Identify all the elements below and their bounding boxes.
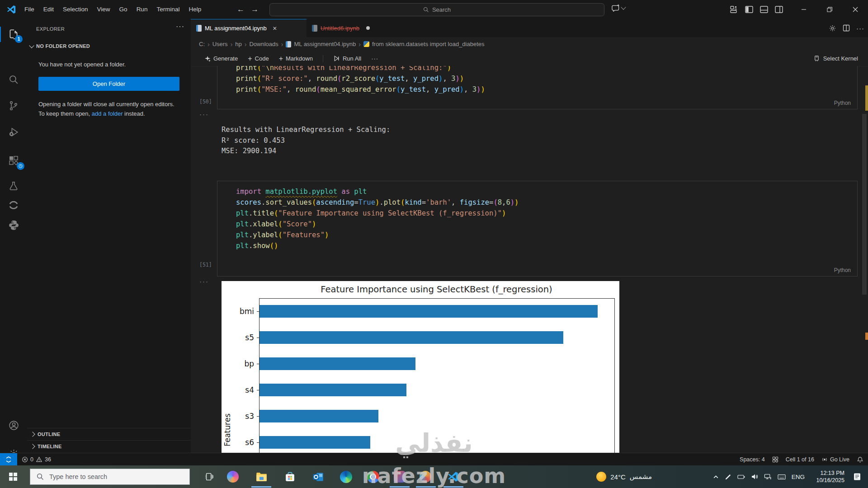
- code-line[interactable]: plt.ylabel("Features"): [236, 230, 803, 240]
- code-line[interactable]: print("\nResults with LinearRegression +…: [236, 66, 803, 73]
- code-line[interactable]: scores.sort_values(ascending=True).plot(…: [236, 197, 803, 208]
- more-actions-icon[interactable]: ···: [856, 24, 864, 32]
- code-line[interactable]: import matplotlib.pyplot as plt: [236, 186, 803, 197]
- menu-item-go[interactable]: Go: [115, 4, 132, 15]
- search-activity-icon[interactable]: [0, 69, 27, 90]
- breadcrumb-item[interactable]: from sklearn.datasets import load_diabet…: [372, 41, 485, 47]
- breadcrumb-item[interactable]: Users: [212, 41, 228, 47]
- code-line[interactable]: print("R² score:", round(r2_score(y_test…: [236, 73, 803, 84]
- notifications-bell-icon[interactable]: [857, 456, 863, 463]
- breadcrumb-item[interactable]: ML assignment04.ipynb: [294, 41, 356, 47]
- code-editor[interactable]: import matplotlib.pyplot as pltscores.so…: [236, 186, 803, 251]
- editor-scrollbar[interactable]: [862, 114, 867, 295]
- output-collapse-dots[interactable]: ···: [199, 277, 209, 285]
- testing-activity-icon[interactable]: [0, 176, 27, 197]
- problems-indicator[interactable]: 0 36: [22, 453, 51, 466]
- cell-language-label[interactable]: Python: [834, 100, 851, 106]
- code-line[interactable]: print("MSE:", round(mean_squared_error(y…: [236, 84, 803, 95]
- tab-ml-assignment04[interactable]: ML assignment04.ipynb ✕: [191, 19, 307, 37]
- code-editor[interactable]: print("\nResults with LinearRegression +…: [236, 66, 803, 95]
- taskbar-clock[interactable]: 12:13 PM 10/16/2025: [816, 465, 844, 488]
- task-view-button[interactable]: [202, 469, 217, 484]
- menu-item-help[interactable]: Help: [184, 4, 206, 15]
- outline-section-header[interactable]: OUTLINE: [27, 428, 191, 440]
- speaker-icon[interactable]: [751, 474, 758, 480]
- weather-widget[interactable]: 24°C مشمس: [596, 465, 652, 488]
- breadcrumb-item[interactable]: Downloads: [249, 41, 278, 47]
- notebook-settings-gear-icon[interactable]: [829, 24, 836, 32]
- menu-item-view[interactable]: View: [93, 4, 115, 15]
- spaces-indicator[interactable]: Spaces: 4: [740, 456, 765, 463]
- open-folder-button[interactable]: Open Folder: [38, 77, 179, 91]
- customize-layout-icon[interactable]: [730, 5, 739, 14]
- code-cell-1[interactable]: print("\nResults with LinearRegression +…: [217, 66, 858, 109]
- cell-language-label[interactable]: Python: [834, 267, 851, 273]
- jupyter-activity-icon[interactable]: [0, 195, 27, 216]
- code-line[interactable]: plt.show(): [236, 240, 803, 251]
- go-live-button[interactable]: Go Live: [821, 456, 849, 463]
- run-debug-activity-icon[interactable]: [0, 122, 27, 142]
- source-control-activity-icon[interactable]: [0, 95, 27, 116]
- back-arrow-icon[interactable]: ←: [237, 5, 245, 14]
- copilot-app-icon[interactable]: [225, 469, 241, 484]
- edge-app-icon[interactable]: [338, 469, 354, 484]
- battery-icon[interactable]: [737, 474, 745, 480]
- tab-untitled6[interactable]: Untitled6.ipynb: [307, 19, 383, 37]
- split-editor-icon[interactable]: [843, 24, 850, 32]
- toolbar-more-icon[interactable]: ···: [371, 55, 378, 62]
- code-line[interactable]: plt.xlabel("Score"): [236, 219, 803, 230]
- network-display-icon[interactable]: [764, 474, 772, 480]
- accounts-icon[interactable]: [0, 415, 27, 436]
- menu-item-run[interactable]: Run: [132, 4, 152, 15]
- remote-indicator[interactable]: [0, 453, 17, 466]
- notebook-scroll-area[interactable]: print("\nResults with LinearRegression +…: [191, 66, 868, 453]
- no-folder-section-header[interactable]: NO FOLDER OPENED: [27, 41, 191, 52]
- unsaved-dot-icon[interactable]: [366, 26, 370, 30]
- menu-item-file[interactable]: File: [20, 4, 39, 15]
- file-explorer-app-icon[interactable]: [254, 469, 269, 484]
- add-markdown-cell-button[interactable]: +Markdown: [279, 55, 313, 63]
- forward-arrow-icon[interactable]: →: [251, 5, 259, 14]
- explorer-activity-icon[interactable]: 1: [0, 24, 27, 45]
- language-indicator[interactable]: ENG: [792, 474, 805, 480]
- tab-close-icon[interactable]: ✕: [273, 25, 277, 32]
- generate-button[interactable]: Generate: [204, 55, 238, 62]
- toggle-sidebar-icon[interactable]: [745, 5, 754, 14]
- code-cell-2[interactable]: import matplotlib.pyplot as pltscores.so…: [217, 181, 858, 277]
- output-collapse-dots[interactable]: ···: [199, 110, 209, 118]
- python-activity-icon[interactable]: [0, 215, 27, 235]
- minimize-button[interactable]: [791, 0, 816, 19]
- extensions-activity-icon[interactable]: [0, 150, 27, 171]
- add-code-cell-button[interactable]: +Code: [248, 55, 269, 63]
- run-all-button[interactable]: Run All: [333, 55, 361, 62]
- breadcrumb-item[interactable]: hp: [235, 41, 241, 47]
- outlook-app-icon[interactable]: [310, 469, 326, 484]
- taskbar-app-icon[interactable]: [418, 469, 433, 484]
- code-line[interactable]: plt.title("Feature Importance using Sele…: [236, 208, 803, 219]
- menu-item-edit[interactable]: Edit: [39, 4, 58, 15]
- menu-item-terminal[interactable]: Terminal: [152, 4, 184, 15]
- toggle-panel-icon[interactable]: [760, 5, 769, 14]
- sidebar-more-actions[interactable]: ···: [176, 23, 184, 31]
- restore-button[interactable]: [816, 0, 842, 19]
- add-folder-link[interactable]: add a folder: [92, 110, 123, 117]
- select-kernel-button[interactable]: Select Kernel: [813, 51, 858, 66]
- copilot-button[interactable]: [611, 4, 625, 12]
- vscode-app-icon[interactable]: [445, 469, 461, 484]
- cell-indicator[interactable]: Cell 1 of 16: [786, 456, 814, 463]
- search-command-center[interactable]: Search: [269, 3, 604, 16]
- action-center[interactable]: [853, 465, 862, 488]
- taskbar-app-icon[interactable]: [392, 469, 407, 484]
- menu-item-selection[interactable]: Selection: [58, 4, 93, 15]
- breadcrumb-item[interactable]: C:: [199, 41, 205, 47]
- pen-icon[interactable]: [725, 474, 731, 480]
- chrome-app-icon[interactable]: [365, 469, 381, 484]
- layout-grid-icon[interactable]: [772, 456, 778, 463]
- toggle-secondary-sidebar-icon[interactable]: [774, 5, 783, 14]
- touch-keyboard-icon[interactable]: [778, 474, 786, 480]
- timeline-section-header[interactable]: TIMELINE: [27, 440, 191, 452]
- microsoft-store-app-icon[interactable]: [282, 469, 297, 484]
- taskbar-search-box[interactable]: Type here to search: [30, 469, 190, 485]
- close-button[interactable]: [842, 0, 868, 19]
- start-button[interactable]: [5, 469, 21, 484]
